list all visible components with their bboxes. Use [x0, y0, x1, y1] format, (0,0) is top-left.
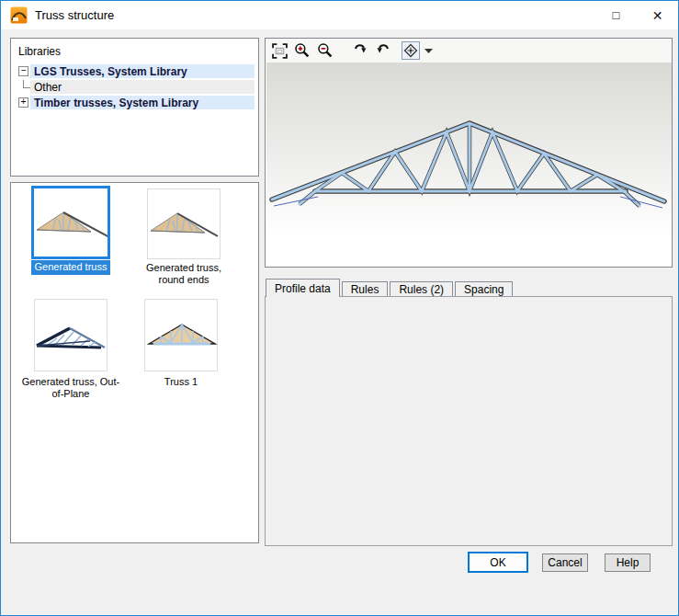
close-button[interactable]: ✕	[637, 1, 678, 29]
chevron-down-icon	[424, 49, 433, 53]
gallery-item-generated-truss-round-ends[interactable]	[147, 188, 221, 259]
pan-dropdown-button[interactable]	[422, 41, 435, 60]
maximize-icon: □	[613, 8, 620, 22]
gallery-item-label[interactable]: Generated truss	[31, 260, 110, 275]
truss-gallery-panel: Generated truss Generated truss, round e…	[10, 182, 259, 543]
gallery-item-label[interactable]: Generated truss, round ends	[132, 262, 235, 286]
tree-item-label: LGS Trusses, System Library	[34, 65, 187, 78]
truss-preview-drawing	[266, 63, 672, 267]
close-icon: ✕	[652, 8, 663, 23]
truss-1-thumbnail-image	[145, 300, 217, 371]
zoom-in-button[interactable]	[293, 41, 311, 60]
fit-to-window-icon	[272, 43, 288, 59]
tab-profile-data[interactable]: Profile data	[266, 279, 340, 297]
ok-button[interactable]: OK	[468, 552, 528, 573]
app-icon	[10, 6, 28, 24]
collapse-icon[interactable]: −	[18, 66, 28, 76]
libraries-panel: Libraries − LGS Trusses, System Library …	[10, 38, 259, 177]
fit-to-window-button[interactable]	[270, 41, 289, 60]
generated-truss-round-ends-thumbnail-image	[148, 189, 220, 258]
pan-icon	[403, 43, 418, 58]
pan-button[interactable]	[402, 41, 420, 60]
rotate-cw-icon	[353, 43, 368, 58]
tree-item-other[interactable]: Other	[11, 79, 258, 95]
tab-label: Rules	[351, 283, 379, 296]
tree-branch-line	[23, 80, 30, 88]
zoom-out-button[interactable]	[316, 41, 334, 60]
truss-preview-viewport[interactable]	[266, 63, 672, 267]
tab-label: Rules (2)	[399, 283, 444, 296]
tab-rules[interactable]: Rules	[342, 281, 389, 297]
gallery-item-generated-truss[interactable]	[31, 186, 110, 259]
rotate-cw-button[interactable]	[351, 41, 369, 60]
rotate-ccw-icon	[376, 43, 390, 58]
tab-spacing[interactable]: Spacing	[455, 281, 513, 297]
preview-toolbar	[266, 39, 672, 63]
window-title: Truss structure	[35, 8, 114, 22]
maximize-button[interactable]: □	[595, 1, 637, 29]
zoom-in-icon	[294, 42, 311, 59]
gallery-item-truss-1[interactable]	[144, 299, 218, 371]
zoom-out-icon	[317, 42, 334, 59]
rotate-ccw-button[interactable]	[374, 41, 392, 60]
tree-item-lgs-trusses[interactable]: − LGS Trusses, System Library	[11, 63, 258, 79]
tab-label: Profile data	[275, 282, 331, 295]
generated-truss-thumbnail-image	[34, 188, 108, 257]
expand-icon[interactable]: +	[18, 97, 28, 108]
profile-data-tabpage	[265, 296, 673, 546]
tree-item-label: Other	[34, 81, 62, 94]
tab-label: Spacing	[464, 283, 504, 296]
generated-truss-out-of-plane-thumbnail-image	[35, 300, 107, 371]
libraries-header: Libraries	[18, 45, 61, 58]
cancel-button[interactable]: Cancel	[542, 553, 588, 572]
truss-structure-dialog: Truss structure □ ✕ Libraries − LGS Trus…	[0, 0, 679, 616]
truss-preview-panel	[265, 38, 673, 268]
profile-tabs: Profile data Rules Rules (2) Spacing	[266, 279, 515, 297]
tree-item-timber-trusses[interactable]: + Timber trusses, System Library	[11, 95, 258, 110]
gallery-item-label[interactable]: Generated truss, Out-of-Plane	[20, 376, 121, 400]
gallery-item-label[interactable]: Truss 1	[130, 376, 232, 388]
help-button[interactable]: Help	[605, 553, 651, 572]
gallery-item-generated-truss-out-of-plane[interactable]	[34, 299, 108, 371]
tab-rules-2[interactable]: Rules (2)	[390, 281, 453, 297]
tree-item-label: Timber trusses, System Library	[34, 97, 198, 109]
titlebar[interactable]: Truss structure □ ✕	[1, 1, 678, 29]
